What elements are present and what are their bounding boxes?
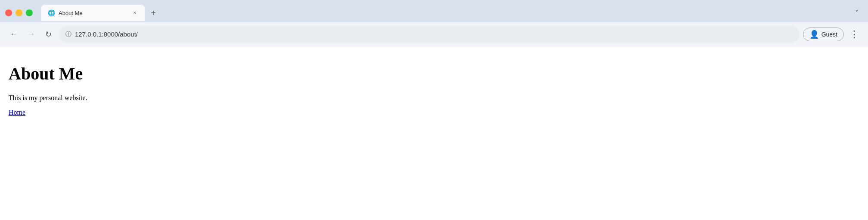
reload-button[interactable]: ↻ [41, 28, 55, 41]
page-description: This is my personal website. [9, 94, 859, 102]
tab-bar-right: ˅ [851, 7, 863, 19]
nav-bar: ← → ↻ ⓘ 👤 Guest ⋮ [0, 22, 868, 46]
page-heading: About Me [9, 64, 859, 84]
info-icon: ⓘ [65, 31, 71, 38]
close-window-button[interactable] [5, 9, 12, 16]
guest-button[interactable]: 👤 Guest [803, 28, 844, 41]
tab-title: About Me [59, 10, 127, 16]
address-input[interactable] [75, 31, 793, 38]
home-link[interactable]: Home [9, 109, 25, 116]
window-controls [5, 9, 33, 16]
forward-button[interactable]: → [24, 28, 38, 41]
active-tab[interactable]: 🌐 About Me × [41, 5, 145, 21]
more-options-button[interactable]: ⋮ [847, 28, 861, 41]
maximize-window-button[interactable] [26, 9, 33, 16]
new-tab-button[interactable]: + [146, 6, 160, 20]
address-bar-wrapper: ⓘ [59, 26, 800, 43]
account-icon: 👤 [809, 30, 819, 39]
back-button[interactable]: ← [7, 28, 21, 41]
tab-close-button[interactable]: × [131, 9, 139, 17]
profile-dropdown-button[interactable]: ˅ [851, 7, 863, 19]
tab-bar: 🌐 About Me × + ˅ [0, 0, 868, 22]
page-content: About Me This is my personal website. Ho… [0, 46, 868, 220]
browser-chrome: 🌐 About Me × + ˅ ← → ↻ ⓘ 👤 Guest ⋮ [0, 0, 868, 46]
minimize-window-button[interactable] [16, 9, 22, 16]
tab-favicon-icon: 🌐 [47, 9, 55, 17]
guest-label: Guest [822, 31, 837, 38]
